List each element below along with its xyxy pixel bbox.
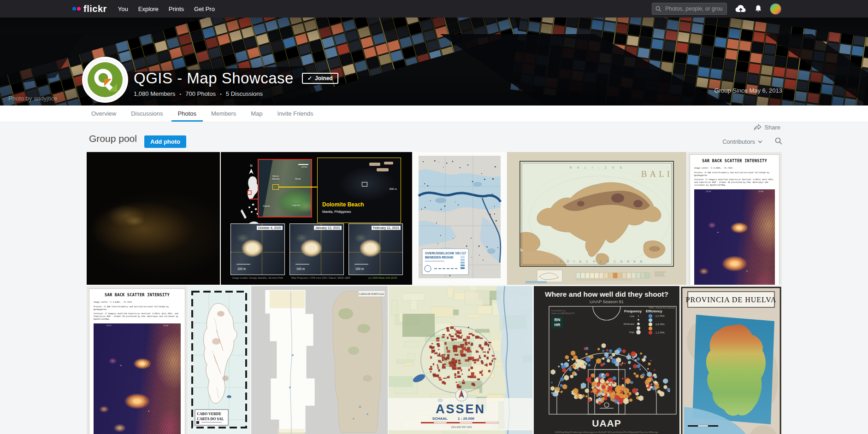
- dolomite-title: Dolomite Beach: [322, 201, 364, 208]
- crosshair: [321, 224, 321, 275]
- tab-map[interactable]: Map: [244, 106, 269, 122]
- timeseries-closeup-2: January 12, 2021 100 m: [289, 223, 344, 275]
- bnhr-line-2: HR: [555, 323, 561, 327]
- cabo-title-1: CABO VERDE: [197, 412, 221, 416]
- photos-count-link[interactable]: 700 Photos: [185, 90, 216, 97]
- tab-discussions[interactable]: Discussions: [124, 106, 169, 122]
- north-label: N: [250, 164, 252, 167]
- nav-explore[interactable]: Explore: [138, 6, 159, 12]
- portugal-label-chip: CARTA DE PORTUGAL: [358, 291, 385, 297]
- sar-meta-line: Process :S SAR Interferometry and multid…: [94, 305, 181, 311]
- share-icon: [754, 124, 762, 131]
- members-count-link[interactable]: 1,080 Members: [134, 90, 175, 97]
- photo-tile-sar-map-1[interactable]: SAR BACK SCATTER INTENSITY Image center …: [687, 152, 782, 285]
- legend-efficiency-title: Efficiency: [646, 309, 662, 313]
- search-input[interactable]: [664, 5, 723, 12]
- primary-nav: You Explore Prints Get Pro: [118, 6, 215, 12]
- photo-tile-dark-terrain[interactable]: [87, 152, 220, 285]
- sar-meta-line: Contains :S Imagery modified Copernicus …: [94, 312, 181, 320]
- huelva-province: [706, 324, 766, 416]
- tab-invite-friends[interactable]: Invite Friends: [271, 106, 320, 122]
- graticule-cross: +: [120, 364, 122, 368]
- huelva-map-art: PROVINCIA DE HUELVA: [680, 286, 782, 434]
- ship-shape: [377, 168, 389, 171]
- ship-shape: [384, 162, 393, 164]
- chevron-down-icon: [758, 140, 762, 143]
- sar-heatmap: -75°57' -75°36' + +: [94, 323, 181, 434]
- photo-tile-assen-city-map[interactable]: ASSEN SCHAAL 1 : 20.000 234.000 557.000: [389, 286, 532, 434]
- sar-meta-line: Image center -5 4.6301, -75.7343: [694, 167, 775, 170]
- nav-get-pro[interactable]: Get Pro: [194, 6, 215, 12]
- date-chip: January 12, 2021: [314, 226, 342, 230]
- chart-hashtags: #30DayMapChallenge #Hexagons #UAAP #Cour…: [555, 431, 659, 434]
- map-scalebar: [298, 164, 308, 165]
- compass-rose: [455, 389, 467, 401]
- sar-sheet: SAR BACK SCATTER INTENSITY Image center …: [690, 154, 779, 285]
- pool-search-icon[interactable]: [775, 137, 782, 145]
- yellow-locator-box: [272, 184, 279, 190]
- sea-label-bottom: I N D I S C H E O C E A A N: [555, 260, 644, 263]
- freq-high-label: High: [629, 331, 634, 334]
- closeup-scalebar: [295, 264, 309, 265]
- chart-footer: UAAP: [592, 418, 621, 428]
- user-avatar[interactable]: [770, 3, 781, 15]
- search-icon: [655, 6, 661, 12]
- legend-swatches: [461, 251, 465, 269]
- photo-tile-huelva-map[interactable]: PROVINCIA DE HUELVA: [680, 286, 782, 434]
- bali-title: BALI: [641, 169, 673, 179]
- share-label: Share: [764, 124, 780, 131]
- closeup-scale-label: 100 m: [237, 267, 246, 270]
- crosshair: [349, 252, 402, 252]
- tab-overview[interactable]: Overview: [85, 106, 123, 122]
- upload-cloud-icon[interactable]: [735, 5, 747, 13]
- photo-tile-portugal-maps[interactable]: CARTA DE PORTUGAL: [251, 286, 388, 434]
- bnhr-logo: BN HR: [551, 316, 563, 328]
- group-tab-bar: Overview Discussions Photos Members Map …: [0, 106, 868, 122]
- map-label: Cavite: [260, 205, 273, 207]
- group-identity: QGIS - Map Showcase ✓ Joined 1,080 Membe…: [82, 57, 338, 103]
- group-avatar[interactable]: [82, 57, 128, 103]
- photo-tile-bali-vintage-map[interactable]: B A L I - Z E E BALI I N D I S C H E O C…: [507, 152, 686, 285]
- photo-tile-vecht-flood-map[interactable]: OVERIJSSELSCHE VECHT BENEDEN REGGE: [413, 152, 506, 285]
- coordinate-label: -75°36': [758, 190, 764, 193]
- share-button[interactable]: Share: [754, 124, 780, 131]
- map-legend: OVERIJSSELSCHE VECHT BENEDEN REGGE: [422, 249, 468, 275]
- flickr-logo-text: flickr: [83, 4, 107, 14]
- sar-title: SAR BACK SCATTER INTENSITY: [94, 293, 181, 297]
- nav-prints[interactable]: Prints: [169, 6, 184, 12]
- crosshair: [231, 252, 284, 252]
- photo-tile-sar-map-2[interactable]: SAR BACK SCATTER INTENSITY Image center …: [87, 286, 188, 434]
- discussions-count-link[interactable]: 5 Discussions: [226, 90, 263, 97]
- add-photo-button[interactable]: Add photo: [144, 135, 186, 148]
- coordinate-label: -75°57': [706, 190, 712, 193]
- map-label: Rizal: [291, 177, 305, 180]
- joined-button[interactable]: ✓ Joined: [302, 73, 338, 84]
- photo-tile-cabo-verde-map[interactable]: CABO VERDE CARTA DO SAL: [189, 286, 250, 434]
- group-pool-content: Share Group pool Add photo Contributors …: [0, 122, 868, 434]
- navbar-right: [652, 3, 868, 15]
- tab-photos[interactable]: Photos: [171, 106, 203, 122]
- group-identity-text: QGIS - Map Showcase ✓ Joined 1,080 Membe…: [134, 57, 338, 97]
- ship-shape: [369, 163, 380, 166]
- tab-members[interactable]: Members: [205, 106, 242, 122]
- date-chip: February 11, 2021: [372, 226, 401, 230]
- red-connector-line: [250, 199, 258, 199]
- photo-tile-dolomite-beach[interactable]: N Metro Manila Rizal Cavite Laguna: [221, 152, 412, 285]
- sar-heatmap: -75°57' -75°36' + +: [694, 189, 775, 285]
- group-cover-banner: Photo by andyjtice QGIS - Map Showcase: [0, 18, 868, 106]
- vecht-map-art: OVERIJSSELSCHE VECHT BENEDEN REGGE: [413, 152, 506, 285]
- coastal-strip-chart: [265, 290, 315, 434]
- scale-bar: [688, 425, 718, 427]
- portugal-country-map: [332, 291, 383, 433]
- scale-bar: [421, 422, 498, 423]
- closeup-scalebar: [354, 264, 368, 265]
- flickr-logo[interactable]: flickr: [72, 4, 107, 14]
- crosshair: [380, 224, 380, 275]
- top-navbar: flickr You Explore Prints Get Pro: [0, 0, 868, 18]
- notifications-bell-icon[interactable]: [755, 5, 762, 13]
- photo-tile-basketball-shot-chart[interactable]: Where and how well did they shoot? UAAP …: [534, 286, 679, 434]
- portugal-label: CARTA DE PORTUGAL: [359, 293, 384, 295]
- nav-you[interactable]: You: [118, 6, 128, 12]
- global-search[interactable]: [652, 3, 727, 15]
- contributors-filter[interactable]: Contributors: [720, 138, 765, 146]
